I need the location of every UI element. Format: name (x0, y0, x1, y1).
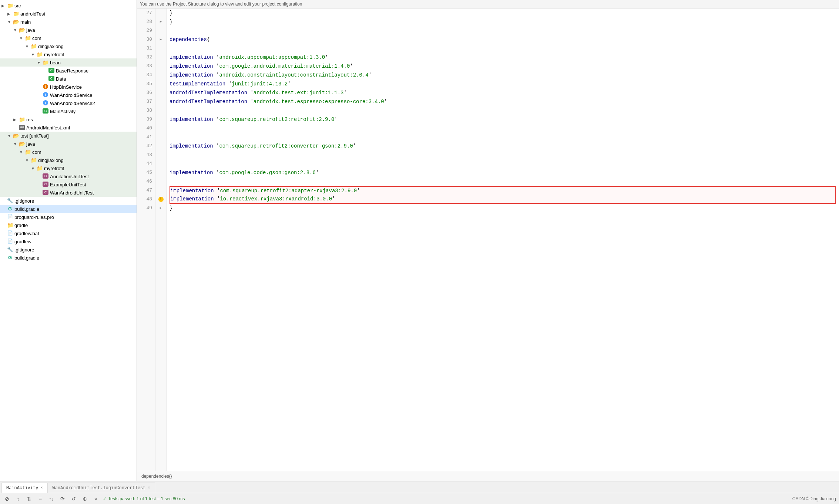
tree-item-src[interactable]: ▶📁src (0, 1, 137, 10)
tree-item-gradle2[interactable]: 📁gradle (0, 221, 137, 229)
tree-node-icon: 📂 (19, 141, 25, 147)
line-number: 45 (140, 168, 152, 177)
tree-item-buildgradle[interactable]: Gbuild.gradle (0, 205, 137, 213)
tree-item-myretrofit2[interactable]: ▼📁myretrofit (0, 164, 137, 172)
line-number: 46 (140, 177, 152, 186)
tree-item-WanAndroidService[interactable]: IWanAndroidService (0, 91, 137, 99)
tree-node-icon: 📁 (42, 60, 49, 65)
tree-item-dingjiaxiong[interactable]: ▼📁dingjiaxiong (0, 42, 137, 50)
tree-item-AndroidManifest[interactable]: MFAndroidManifest.xml (0, 124, 137, 132)
tab-label: MainActivity (6, 486, 38, 491)
refresh-icon[interactable]: ⟳ (58, 495, 67, 503)
tree-item-myretrofit[interactable]: ▼📁myretrofit (0, 50, 137, 58)
editor-tab[interactable]: MainActivity× (1, 483, 47, 493)
code-line (170, 150, 836, 159)
tree-node-icon: C (48, 76, 55, 82)
tree-arrow-icon: ▼ (25, 158, 30, 162)
sort-icon[interactable]: ⇅ (25, 495, 33, 503)
line-number: 47 (140, 186, 152, 195)
gutter-cell (155, 88, 166, 97)
tree-item-label: com (32, 35, 41, 41)
tree-node-icon: 📁 (36, 51, 43, 57)
code-line (170, 124, 836, 133)
sort-alpha-icon[interactable]: ↕ (14, 495, 22, 503)
gutter-cell (155, 168, 166, 177)
tree-item-com[interactable]: ▼📁com (0, 34, 137, 42)
tree-item-BaseResponse[interactable]: CBaseResponse (0, 67, 137, 75)
tree-item-label: build.gradle (14, 255, 39, 261)
code-line: implementation 'androidx.constraintlayou… (170, 71, 836, 80)
up-down-icon[interactable]: ↑↓ (47, 495, 56, 503)
tree-item-WanAndroidService2[interactable]: IWanAndroidService2 (0, 99, 137, 107)
tree-item-gitignore2[interactable]: 🔧.gitignore (0, 246, 137, 254)
tree-item-label: com (32, 149, 41, 155)
tree-item-label: myretrofit (44, 52, 64, 57)
tree-item-label: src (14, 3, 21, 9)
code-editor[interactable]: 2728293031323334353637383940414243444546… (137, 9, 839, 471)
tree-item-main[interactable]: ▼📂main (0, 18, 137, 26)
tree-item-label: BaseResponse (56, 68, 88, 74)
tree-item-gradlew.bat[interactable]: 📄gradlew.bat (0, 229, 137, 237)
menu-icon[interactable]: ≡ (36, 495, 44, 503)
tree-item-com2[interactable]: ▼📁com (0, 148, 137, 156)
more-icon[interactable]: » (92, 495, 100, 503)
tree-arrow-icon: ▼ (13, 28, 19, 32)
tree-item-label: WanAndroidUnitTest (50, 190, 94, 196)
gutter-cell (155, 71, 166, 80)
line-number: 38 (140, 106, 152, 115)
code-gutter: ▶▶!▶ (155, 9, 167, 471)
tree-item-gradlew[interactable]: 📄gradlew (0, 237, 137, 246)
tab-close-button[interactable]: × (148, 486, 150, 490)
code-line: implementation 'com.squareup.retrofit2:c… (170, 142, 836, 150)
tree-node-icon: 📁 (7, 3, 13, 9)
gutter-cell (155, 150, 166, 159)
tree-item-proguard[interactable]: 📄proguard-rules.pro (0, 213, 137, 221)
tree-item-label: .gitignore (14, 198, 34, 204)
stop-icon[interactable]: ⊘ (3, 495, 11, 503)
tree-arrow-icon: ▼ (7, 134, 13, 138)
tree-item-label: myretrofit (44, 166, 64, 171)
tree-item-java2[interactable]: ▼📂java (0, 140, 137, 148)
tree-item-dingjiaxiong2[interactable]: ▼📁dingjiaxiong (0, 156, 137, 164)
editor-tab[interactable]: WanAndroidUnitTest.loginConvertTest× (47, 483, 155, 493)
tree-arrow-icon: ▼ (13, 142, 19, 146)
tree-item-ExampleUnitTest[interactable]: CExampleUnitTest (0, 180, 137, 189)
line-number: 42 (140, 142, 152, 150)
tree-arrow-icon: ▼ (19, 36, 24, 40)
line-number: 43 (140, 150, 152, 159)
tree-item-label: java (26, 27, 35, 33)
code-line: implementation 'io.reactivex.rxjava3:rxa… (170, 195, 836, 204)
tree-node-icon: 📂 (13, 19, 19, 25)
tree-arrow-icon: ▼ (37, 61, 42, 65)
tree-item-label: dingjiaxiong (38, 44, 64, 49)
code-line: dependencies { (170, 35, 836, 44)
tree-item-label: bean (50, 60, 61, 65)
tab-close-button[interactable]: × (40, 486, 43, 490)
project-tree[interactable]: ▶📁src▶📁androidTest▼📂main▼📂java▼📁com▼📁din… (0, 0, 137, 481)
history-icon[interactable]: ↺ (70, 495, 78, 503)
gutter-cell (155, 142, 166, 150)
tree-item-res[interactable]: ▶📁res (0, 115, 137, 124)
gutter-cell (155, 133, 166, 142)
tree-item-test[interactable]: ▼📂test [unitTest] (0, 132, 137, 140)
tree-item-MainActivity[interactable]: CMainActivity (0, 107, 137, 115)
tree-node-icon: C (42, 173, 49, 179)
tree-item-buildgradle2[interactable]: Gbuild.gradle (0, 254, 137, 262)
tree-item-Data[interactable]: CData (0, 75, 137, 83)
tree-item-gitignore[interactable]: 🔧.gitignore (0, 197, 137, 205)
tree-item-label: gradlew (14, 239, 31, 244)
code-lines[interactable]: }} dependencies { implementation 'androi… (167, 9, 839, 471)
add-icon[interactable]: ⊕ (81, 495, 89, 503)
check-icon: ✓ (103, 496, 107, 501)
tree-item-AnnitationUnitTest[interactable]: CAnnitationUnitTest (0, 172, 137, 180)
tree-node-icon: 📁 (19, 116, 25, 122)
tree-item-HttpBinService[interactable]: IHttpBinService (0, 83, 137, 91)
tree-item-bean[interactable]: ▼📁bean (0, 58, 137, 67)
code-line (170, 44, 836, 53)
tree-item-WanAndroidUnitTest[interactable]: CWanAndroidUnitTest (0, 189, 137, 197)
tree-arrow-icon: ▶ (13, 118, 19, 122)
tree-item-androidTest[interactable]: ▶📁androidTest (0, 10, 137, 18)
tree-node-icon: 📄 (7, 230, 13, 236)
tree-item-java[interactable]: ▼📂java (0, 26, 137, 34)
tree-item-label: main (20, 19, 31, 25)
